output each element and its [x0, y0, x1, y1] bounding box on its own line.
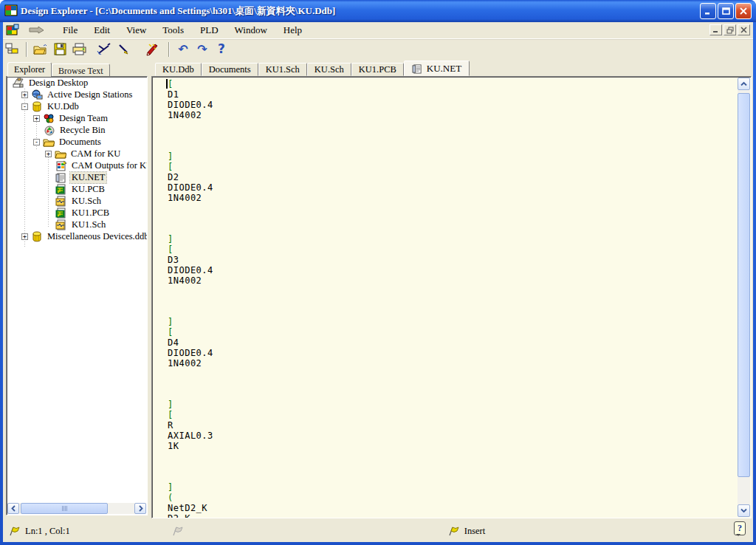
doc-tab-ku-net[interactable]: KU.NET: [404, 61, 470, 76]
toolbar-separator: [26, 42, 27, 57]
doc-tab-ku1-sch[interactable]: KU1.Sch: [258, 63, 307, 76]
mdi-restore-button[interactable]: [724, 24, 736, 35]
expand-toggle[interactable]: +: [21, 233, 28, 240]
code-line: [168, 451, 736, 462]
scrollbar-thumb[interactable]: [738, 93, 750, 477]
code-line: [: [168, 79, 736, 89]
cut-tool-icon: [97, 43, 111, 56]
down-arrow-icon: [28, 26, 44, 35]
tree-label: Active Design Stations: [46, 89, 134, 100]
code-line: [: [168, 162, 736, 172]
menu-file[interactable]: File: [55, 23, 86, 38]
code-line: ]: [168, 400, 736, 410]
spark-pencil-icon: [144, 43, 159, 56]
close-button[interactable]: [735, 3, 752, 19]
tree-item-ku1-sch[interactable]: KU1.Sch: [7, 219, 147, 230]
context-help-button[interactable]: ?: [734, 521, 746, 535]
explorer-tree[interactable]: Design Desktop + Active Design Stations …: [6, 76, 148, 515]
tree-item-ku-sch[interactable]: KU.Sch: [7, 195, 147, 207]
wand-button[interactable]: [142, 41, 161, 58]
code-line: ]: [168, 151, 736, 162]
explorer-tab-bar: Explorer Browse Text: [7, 62, 110, 76]
tree-item-design-team[interactable]: + Design Team: [7, 112, 147, 124]
expand-toggle[interactable]: +: [21, 92, 28, 98]
code-line: R: [168, 420, 736, 431]
database-icon: [31, 231, 43, 242]
text-editor[interactable]: [ D1 DIODE0.4 1N4002 ] [ D2 DIODE0.4 1N4…: [151, 76, 752, 518]
code-line: [168, 203, 736, 213]
tree-item-recycle-bin[interactable]: Recycle Bin: [7, 124, 147, 136]
redo-button[interactable]: ↷: [193, 41, 212, 58]
folder-icon: [43, 137, 55, 148]
code-line: D4: [168, 337, 736, 348]
tree-item-ku-net[interactable]: KU.NET: [7, 171, 147, 183]
menu-edit[interactable]: Edit: [86, 23, 118, 38]
expand-toggle[interactable]: +: [33, 115, 40, 122]
menu-window[interactable]: Window: [227, 23, 275, 38]
insert-mode-indicator: Insert: [464, 526, 485, 537]
tree-item-cam-outputs-for-ku[interactable]: CAM Outputs for KU: [7, 160, 147, 171]
mdi-restore-icon: [726, 27, 734, 34]
doc-tab-ku-sch[interactable]: KU.Sch: [307, 63, 351, 76]
brush-tool-button[interactable]: [114, 41, 133, 58]
redo-icon: ↷: [197, 44, 207, 55]
tree-label: KU1.Sch: [70, 219, 107, 230]
scroll-down-button[interactable]: [738, 504, 750, 517]
maximize-button[interactable]: [718, 3, 734, 19]
doc-tab-ku-ddb[interactable]: KU.Ddb: [155, 63, 202, 76]
menu-help[interactable]: Help: [275, 23, 310, 38]
maximize-icon: [722, 7, 730, 15]
title-bar[interactable]: Design Explorer - [C:\Documents and Sett…: [0, 0, 756, 22]
tree-item-ku-pcb[interactable]: KU.PCB: [7, 183, 147, 195]
save-button[interactable]: [50, 41, 69, 58]
expand-toggle[interactable]: +: [45, 151, 52, 157]
scroll-up-button[interactable]: [738, 78, 750, 90]
app-logo-icon[interactable]: [4, 4, 18, 18]
document-system-icon[interactable]: [6, 24, 19, 37]
menu-tools[interactable]: Tools: [154, 23, 192, 38]
tree-item-cam-for-ku[interactable]: + CAM for KU: [7, 148, 147, 160]
tree-horizontal-scrollbar[interactable]: [7, 503, 146, 514]
chevron-down-icon: [740, 508, 747, 513]
net-document-icon: [412, 64, 423, 74]
tab-browse-text[interactable]: Browse Text: [52, 64, 110, 76]
code-line: [168, 472, 736, 482]
tree-item-ku1-pcb[interactable]: KU1.PCB: [7, 207, 147, 219]
down-arrow-button[interactable]: [25, 24, 47, 37]
editor-vertical-scrollbar[interactable]: [738, 78, 750, 517]
open-document-button[interactable]: [31, 41, 50, 58]
doc-tab-label: KU.Ddb: [162, 64, 194, 75]
code-line: [168, 131, 736, 141]
print-button[interactable]: [69, 41, 89, 58]
scrollbar-thumb[interactable]: [21, 503, 108, 514]
sch-document-icon: [55, 219, 67, 230]
chevron-up-icon: [740, 81, 747, 86]
tree-item-documents[interactable]: - Documents: [7, 136, 147, 148]
menu-view[interactable]: View: [118, 23, 154, 38]
scrollbar-track[interactable]: [108, 503, 134, 514]
code-line: D2: [168, 172, 736, 182]
collapse-toggle[interactable]: -: [21, 103, 28, 110]
help-button[interactable]: ?: [212, 41, 231, 58]
menu-pld[interactable]: PLD: [192, 23, 227, 38]
tree-label: KU.Ddb: [46, 101, 80, 112]
cut-button[interactable]: [94, 41, 114, 58]
scroll-right-button[interactable]: [134, 503, 146, 514]
doc-tab-documents[interactable]: Documents: [202, 63, 258, 76]
scroll-left-button[interactable]: [7, 503, 19, 514]
doc-tab-ku1-pcb[interactable]: KU1.PCB: [351, 63, 404, 76]
tree-item-misc-devices-ddb[interactable]: + Miscellaneous Devices.ddb: [7, 230, 147, 242]
mdi-minimize-button[interactable]: [709, 24, 722, 35]
document-tab-bar: KU.Ddb Documents KU1.Sch KU.Sch KU1.PCB …: [155, 61, 470, 76]
mdi-close-button[interactable]: [738, 24, 750, 35]
undo-button[interactable]: ↶: [173, 41, 193, 58]
minimize-button[interactable]: [700, 3, 716, 19]
tree-item-ku-ddb[interactable]: - KU.Ddb: [7, 100, 147, 112]
tab-explorer[interactable]: Explorer: [7, 62, 52, 77]
tree-item-design-desktop[interactable]: Design Desktop: [7, 77, 147, 89]
code-line: [168, 141, 736, 151]
code-line: [168, 286, 736, 296]
collapse-toggle[interactable]: -: [33, 139, 40, 145]
tree-item-active-design-stations[interactable]: + Active Design Stations: [7, 89, 147, 100]
toggle-panels-button[interactable]: [3, 41, 22, 58]
